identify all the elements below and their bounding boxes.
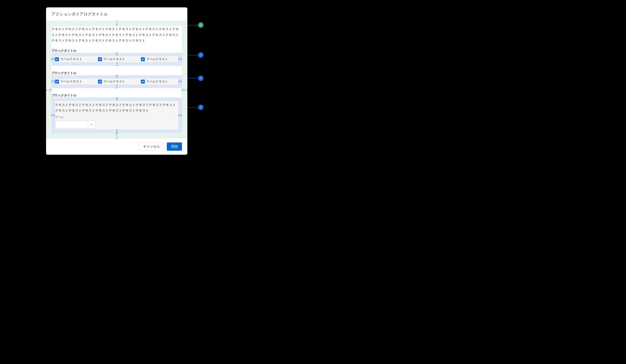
- cancel-button[interactable]: キャンセル: [139, 142, 164, 151]
- spacing-label: 16: [179, 81, 181, 83]
- checkbox-checked-icon: [98, 57, 102, 61]
- checkbox-checked-icon: [141, 80, 145, 84]
- spacing-label: 16: [52, 114, 54, 117]
- spacing-label: 16: [115, 84, 118, 87]
- checkbox-item[interactable]: ラベルテキスト: [98, 57, 135, 61]
- dialog-description: テキストテキストテキストテキストテキストテキストテキストテキストテキストテキスト…: [51, 26, 182, 43]
- callout-number: 1: [198, 22, 203, 28]
- callout-number: 2: [198, 52, 203, 58]
- callout-number: 2: [198, 76, 203, 81]
- checkbox-item[interactable]: ラベルテキスト: [98, 80, 135, 84]
- spacing-label: 16: [115, 129, 118, 132]
- callout-badge: 2: [187, 76, 203, 81]
- checkbox-checked-icon: [55, 57, 59, 61]
- spacing-label: 16: [52, 58, 54, 60]
- checkbox-item[interactable]: ラベルテキスト: [141, 57, 178, 61]
- block-content-text: テキストテキストテキストテキストテキストテキストテキストテキストテキストテキスト…: [55, 102, 178, 113]
- checkbox-label: ラベルテキスト: [146, 80, 168, 84]
- dialog-title: アクションダイアログタイトル: [51, 11, 182, 17]
- action-dialog: アクションダイアログタイトル 24 24 24: [46, 7, 187, 155]
- dialog-body: 24 24 24 テキストテキストテキストテキストテキストテキストテキストテキス…: [46, 21, 187, 138]
- content-zone: 16 16 16 テキストテキストテキストテキストテキストテキストテキストテキス…: [51, 97, 182, 133]
- spacing-label: 16: [179, 114, 181, 117]
- spacing-label: 24: [115, 133, 118, 135]
- chevron-down-icon: [88, 121, 95, 128]
- block-title: ブロックタイトル: [51, 93, 182, 97]
- checkbox-item[interactable]: ラベルテキスト: [55, 80, 93, 84]
- checkbox-label: ラベルテキスト: [103, 57, 125, 61]
- block-title: ブロックタイトル: [51, 49, 182, 53]
- callout-badge: 2: [187, 105, 203, 110]
- callout-number: 2: [198, 105, 203, 110]
- checkbox-item[interactable]: ラベルテキスト: [55, 57, 93, 61]
- checkbox-label: ラベルテキスト: [60, 80, 82, 84]
- checkbox-zone: 16 16 16 ラベルテキスト ラベルテキスト: [51, 53, 182, 66]
- checkbox-label: ラベルテキスト: [60, 57, 82, 61]
- spacing-label: 16: [115, 77, 118, 79]
- spacing-label: 16: [179, 58, 181, 60]
- dialog-header: アクションダイアログタイトル: [46, 7, 187, 21]
- select-input[interactable]: [55, 121, 95, 128]
- block-title: ブロックタイトル: [51, 71, 182, 75]
- dialog-footer: キャンセル 登録: [46, 138, 187, 155]
- checkbox-zone: 16 16 16 ラベルテキスト ラベルテキスト: [51, 75, 182, 88]
- callout-badge: 1: [187, 22, 203, 28]
- spacing-label: 16: [115, 99, 118, 101]
- checkbox-checked-icon: [55, 80, 59, 84]
- spacing-label: 24: [182, 89, 185, 91]
- spacing-label: 16: [52, 81, 54, 83]
- spacing-label: 16: [115, 54, 118, 56]
- spacing-label: 16: [115, 62, 118, 64]
- spacing-label: 24: [49, 89, 51, 91]
- spacing-label: 24: [115, 24, 118, 26]
- checkbox-item[interactable]: ラベルテキスト: [141, 80, 178, 84]
- select-label: ラベル: [55, 115, 178, 119]
- callout-badge: 2: [187, 52, 203, 58]
- checkbox-label: ラベルテキスト: [103, 80, 125, 84]
- submit-button[interactable]: 登録: [167, 142, 182, 151]
- checkbox-checked-icon: [141, 57, 145, 61]
- checkbox-checked-icon: [98, 80, 102, 84]
- checkbox-label: ラベルテキスト: [146, 57, 168, 61]
